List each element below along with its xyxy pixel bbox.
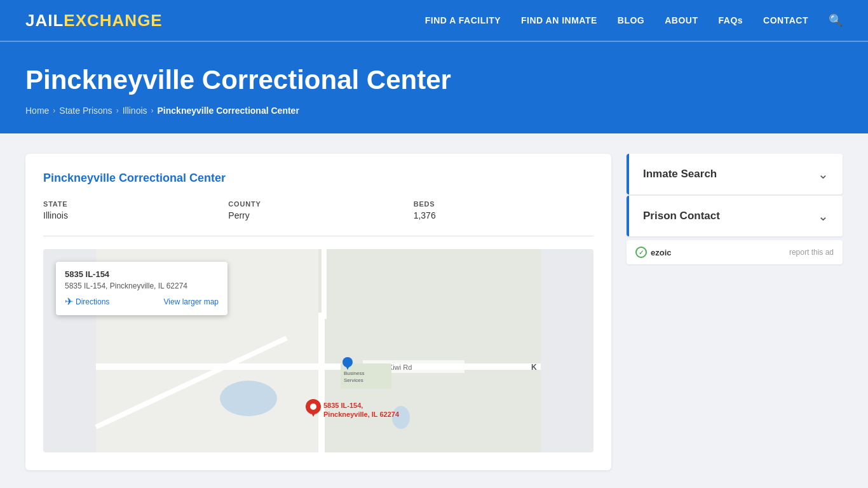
- inmate-search-title: Inmate Search: [643, 168, 717, 180]
- facility-title: Pinckneyville Correctional Center: [43, 172, 593, 185]
- report-ad-link[interactable]: report this ad: [789, 248, 834, 257]
- breadcrumb-chevron-3: ›: [151, 106, 154, 115]
- directions-label: Directions: [76, 297, 109, 306]
- svg-rect-6: [318, 313, 325, 452]
- breadcrumb-illinois[interactable]: Illinois: [123, 105, 147, 116]
- main-content: Pinckneyville Correctional Center STATE …: [0, 133, 868, 488]
- beds-info: BEDS 1,376: [414, 200, 593, 220]
- logo-x: E: [64, 11, 75, 30]
- map-container[interactable]: Kiwi Rd Business Services 5835 IL-154, P…: [43, 249, 593, 452]
- prison-contact-accordion: Prison Contact ⌄: [627, 196, 843, 236]
- sidebar-panel: Inmate Search ⌄ Prison Contact ⌄ ✓ ezoic…: [627, 154, 843, 470]
- county-value: Perry: [228, 210, 408, 220]
- hero-banner: Pinckneyville Correctional Center Home ›…: [0, 41, 868, 133]
- ezoic-logo: ✓ ezoic: [635, 247, 672, 258]
- nav-contact[interactable]: CONTACT: [763, 15, 808, 25]
- chevron-down-icon-2: ⌄: [818, 208, 829, 224]
- directions-link[interactable]: ✈ Directions: [65, 295, 109, 308]
- nav-find-inmate[interactable]: FIND AN INMATE: [521, 15, 597, 25]
- breadcrumb-chevron-1: ›: [53, 106, 55, 115]
- svg-text:K: K: [531, 363, 537, 372]
- divider: [43, 236, 593, 236]
- breadcrumb-chevron-2: ›: [116, 106, 119, 115]
- page-title: Pinckneyville Correctional Center: [25, 65, 843, 95]
- breadcrumb-current: Pinckneyville Correctional Center: [158, 105, 299, 116]
- state-info: STATE Illinois: [43, 200, 223, 220]
- state-label: STATE: [43, 200, 223, 208]
- svg-text:Services: Services: [344, 377, 363, 383]
- facility-info-grid: STATE Illinois COUNTY Perry BEDS 1,376: [43, 200, 593, 220]
- beds-value: 1,376: [414, 210, 593, 220]
- beds-label: BEDS: [414, 200, 593, 208]
- breadcrumb-state-prisons[interactable]: State Prisons: [59, 105, 112, 116]
- navigation-icon: ✈: [65, 295, 73, 308]
- ezoic-label: ezoic: [651, 248, 672, 257]
- map-popup-actions: ✈ Directions View larger map: [65, 295, 219, 308]
- svg-point-18: [310, 403, 316, 410]
- nav-faqs[interactable]: FAQs: [719, 15, 743, 25]
- breadcrumb: Home › State Prisons › Illinois › Pinckn…: [25, 105, 843, 116]
- nav-about[interactable]: ABOUT: [665, 15, 698, 25]
- map-popup-address: 5835 IL-154, Pinckneyville, IL 62274: [65, 281, 219, 290]
- nav-find-facility[interactable]: FIND A FACILITY: [425, 15, 501, 25]
- ezoic-icon: ✓: [635, 247, 647, 258]
- search-icon-button[interactable]: 🔍: [829, 13, 843, 27]
- inmate-search-header[interactable]: Inmate Search ⌄: [627, 154, 843, 194]
- ad-banner: ✓ ezoic report this ad: [627, 240, 843, 264]
- chevron-down-icon: ⌄: [818, 166, 829, 182]
- logo-exchange: XCHANGE: [76, 11, 163, 30]
- state-value: Illinois: [43, 210, 223, 220]
- nav-blog[interactable]: BLOG: [618, 15, 644, 25]
- site-header: JAILEXCHANGE FIND A FACILITY FIND AN INM…: [0, 0, 868, 41]
- svg-text:5835 IL-154,: 5835 IL-154,: [323, 402, 363, 409]
- map-popup-title: 5835 IL-154: [65, 269, 219, 279]
- facility-panel: Pinckneyville Correctional Center STATE …: [25, 154, 611, 470]
- svg-text:Business: Business: [344, 370, 364, 376]
- map-popup: 5835 IL-154 5835 IL-154, Pinckneyville, …: [56, 262, 227, 315]
- svg-rect-2: [318, 249, 541, 452]
- county-label: COUNTY: [228, 200, 408, 208]
- svg-point-3: [220, 381, 277, 416]
- svg-text:Pinckneyville, IL 62274: Pinckneyville, IL 62274: [323, 410, 400, 418]
- main-nav: FIND A FACILITY FIND AN INMATE BLOG ABOU…: [425, 13, 843, 27]
- prison-contact-header[interactable]: Prison Contact ⌄: [627, 196, 843, 236]
- inmate-search-accordion: Inmate Search ⌄: [627, 154, 843, 194]
- svg-rect-10: [322, 249, 327, 319]
- prison-contact-title: Prison Contact: [643, 210, 720, 222]
- view-larger-map-link[interactable]: View larger map: [164, 297, 219, 306]
- breadcrumb-home[interactable]: Home: [25, 105, 49, 116]
- site-logo[interactable]: JAILEXCHANGE: [25, 11, 163, 30]
- logo-jail: JAIL: [25, 11, 64, 30]
- county-info: COUNTY Perry: [228, 200, 408, 220]
- svg-text:Kiwi Rd: Kiwi Rd: [388, 363, 412, 371]
